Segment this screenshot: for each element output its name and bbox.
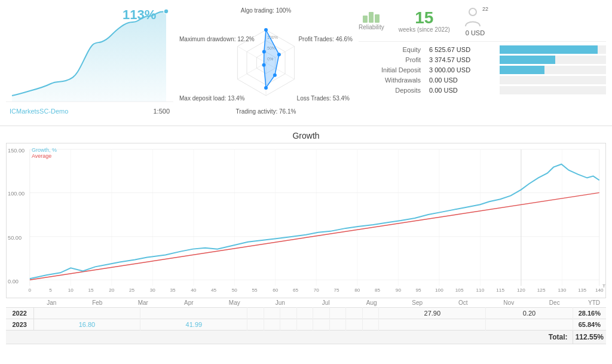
svg-text:25: 25 (129, 287, 135, 293)
month-jan: Jan (29, 299, 75, 306)
2023-feb: 41.99 (140, 319, 247, 331)
2023-jan: 16.80 (33, 319, 140, 331)
metric-name-3: Withdrawals (359, 77, 424, 84)
svg-point-1 (164, 9, 169, 14)
legend-growth: Growth, % (32, 147, 57, 153)
svg-text:Trades: Trades (602, 283, 605, 289)
svg-text:65: 65 (293, 287, 299, 293)
svg-text:0.00: 0.00 (8, 279, 19, 285)
metric-name-1: Profit (359, 56, 424, 63)
svg-text:105: 105 (455, 287, 464, 293)
svg-point-16 (262, 63, 266, 67)
svg-text:15: 15 (88, 287, 94, 293)
radar-label-right: Profit Trades: 46.6% (298, 36, 353, 42)
radar-label-bottom-right: Loss Trades: 53.4% (297, 95, 350, 102)
svg-text:130: 130 (558, 287, 567, 293)
metric-value-3: 0.00 USD (429, 77, 495, 84)
year-2023: 2023 (6, 319, 33, 331)
ytd-col-header: YTD (577, 299, 600, 306)
svg-line-42 (30, 192, 599, 280)
growth-title: Growth (6, 131, 606, 140)
svg-text:70: 70 (314, 287, 320, 293)
legend-average: Average (32, 153, 57, 159)
month-mar: Mar (120, 299, 166, 306)
radar-label-left: Maximum drawdown: 12.2% (179, 36, 255, 42)
radar-label-left-bottom: Max deposit load: 13.4% (179, 95, 245, 102)
metric-name-2: Initial Deposit (359, 66, 424, 74)
subscriber-count: 22 (482, 6, 488, 12)
month-apr: Apr (166, 299, 212, 306)
metrics-container: Equity 6 525.67 USD Profit 3 374.57 USD … (359, 45, 606, 96)
month-jul: Jul (303, 299, 349, 306)
svg-text:80: 80 (354, 287, 360, 293)
svg-text:120: 120 (517, 287, 525, 293)
chart-legend: Growth, % Average (32, 147, 57, 159)
svg-text:30: 30 (150, 287, 156, 293)
subscribers-usd: 0 USD (466, 29, 485, 36)
svg-point-18 (469, 8, 476, 16)
year-row-2023: 2023 16.80 41.99 65.84% (6, 319, 606, 331)
broker-name: ICMarketsSC-Demo (10, 108, 68, 115)
svg-point-17 (262, 50, 266, 54)
reliability-label: Reliability (359, 24, 384, 30)
2022-dec: 0.20 (486, 308, 573, 319)
svg-text:50.00: 50.00 (8, 235, 22, 241)
year-2022: 2022 (6, 308, 33, 319)
svg-text:60: 60 (273, 287, 279, 293)
metric-value-4: 0.00 USD (429, 87, 495, 94)
svg-text:95: 95 (416, 287, 422, 293)
svg-text:100: 100 (435, 287, 443, 293)
svg-point-15 (264, 86, 268, 90)
2022-ytd: 28.16% (573, 308, 606, 319)
metric-name-4: Deposits (359, 87, 424, 94)
metric-value-0: 6 525.67 USD (429, 46, 495, 53)
svg-text:35: 35 (170, 287, 176, 293)
radar-label-top: Algo trading: 100% (241, 7, 292, 14)
svg-text:50: 50 (232, 287, 238, 293)
svg-text:135: 135 (578, 287, 586, 293)
growth-svg-chart: 150.00 100.00 50.00 0.00 (7, 143, 605, 298)
growth-percent-label: 113% (123, 7, 156, 22)
month-jun: Jun (258, 299, 304, 306)
svg-text:85: 85 (375, 287, 381, 293)
total-row: Total: 112.55% (6, 331, 606, 344)
svg-text:100.00: 100.00 (8, 191, 25, 197)
2022-nov: 27.90 (379, 308, 486, 319)
month-dec: Dec (532, 299, 578, 306)
month-feb: Feb (75, 299, 121, 306)
svg-text:0: 0 (29, 287, 32, 293)
year-row-2022: 2022 27.90 0.20 28.16% (6, 308, 606, 319)
svg-text:150.00: 150.00 (8, 148, 25, 154)
total-value: 112.55% (573, 331, 606, 344)
weeks-label: weeks (since 2022) (399, 26, 450, 33)
svg-text:90: 90 (396, 287, 402, 293)
svg-text:20: 20 (109, 287, 115, 293)
svg-text:115: 115 (496, 287, 504, 293)
radar-label-bottom: Trading activity: 76.1% (236, 108, 296, 115)
svg-point-13 (277, 53, 281, 56)
yearly-table: 2022 27.90 0.20 28.16% 2023 16.80 41.99 (6, 307, 606, 344)
month-oct: Oct (440, 299, 486, 306)
metric-value-1: 3 374.57 USD (429, 56, 495, 63)
metric-name-0: Equity (359, 46, 424, 53)
month-nov: Nov (486, 299, 532, 306)
svg-text:125: 125 (537, 287, 546, 293)
svg-text:45: 45 (211, 287, 217, 293)
2023-ytd: 65.84% (573, 319, 606, 331)
svg-point-14 (273, 74, 277, 77)
svg-point-12 (264, 28, 268, 32)
svg-text:10: 10 (68, 287, 74, 293)
metric-value-2: 3 000.00 USD (429, 66, 495, 74)
svg-text:40: 40 (191, 287, 197, 293)
svg-text:5: 5 (49, 287, 52, 293)
month-aug: Aug (349, 299, 395, 306)
total-label: Total: (6, 331, 573, 344)
mini-growth-chart: 113% (6, 6, 173, 108)
svg-text:75: 75 (334, 287, 340, 293)
month-sep: Sep (394, 299, 440, 306)
leverage: 1:500 (153, 108, 170, 115)
month-may: May (212, 299, 258, 306)
svg-text:110: 110 (476, 287, 485, 293)
svg-text:55: 55 (252, 287, 258, 293)
weeks-number: 15 (415, 10, 433, 26)
